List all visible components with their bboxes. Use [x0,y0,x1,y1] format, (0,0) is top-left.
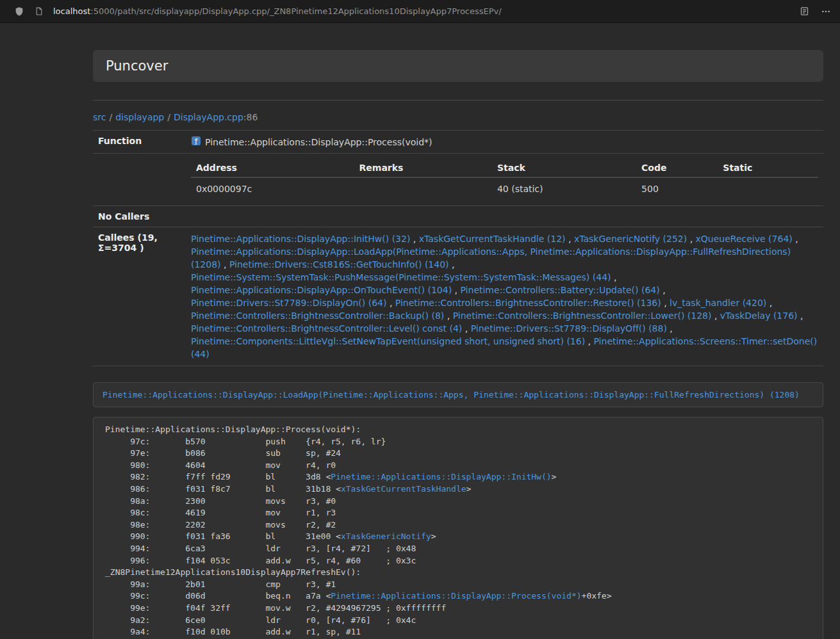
column-stack: Stack [492,159,636,177]
breadcrumb: src/displayapp/DisplayApp.cpp:86 [93,112,823,122]
callees-row: Callees (19, Σ=3704 ) Pinetime::Applicat… [93,227,823,366]
stack-value: 40 (static) [492,177,636,200]
callees-list: Pinetime::Applications::DisplayApp::Init… [191,232,818,360]
callee-link[interactable]: Pinetime::Applications::DisplayApp::OnTo… [191,285,452,295]
callee-link[interactable]: Pinetime::Controllers::Battery::Update()… [460,285,659,295]
document-icon[interactable] [35,6,43,16]
page-title: Puncover [106,58,811,74]
url-host: localhost [53,6,90,16]
function-label: Function [93,131,186,154]
reader-view-icon[interactable] [800,6,809,16]
callee-link[interactable]: Pinetime::Controllers::BrightnessControl… [191,323,462,334]
callee-link[interactable]: xTaskGenericNotify (252) [574,234,687,244]
column-static: Static [718,159,818,177]
callee-link[interactable]: xQueueReceive (764) [696,234,793,244]
code-symbol-link[interactable]: Pinetime::Applications::DisplayApp::Proc… [331,591,581,601]
metrics-row: Address Remarks Stack Code Static 0x0000… [93,154,823,206]
function-row: Function ƒ Pinetime::Applications::Displ… [93,131,823,154]
breadcrumb-item-file[interactable]: DisplayApp.cpp [174,112,243,122]
no-callers-label: No Callers [93,206,186,227]
code-value: 500 [636,177,718,200]
browser-bar: localhost:5000/path/src/displayapp/Displ… [0,0,840,23]
metrics-values-row: 0x0000097c 40 (static) 500 [191,177,818,200]
breadcrumb-separator: / [109,112,112,122]
browser-actions [788,6,831,17]
column-remarks: Remarks [354,159,492,177]
column-address: Address [191,159,354,177]
column-code: Code [636,159,718,177]
callees-label: Callees (19, Σ=3704 ) [93,227,186,366]
highlighted-symbol-box: Pinetime::Applications::DisplayApp::Load… [93,382,823,407]
app-header: Puncover [93,50,823,82]
callee-link[interactable]: Pinetime::Controllers::BrightnessControl… [453,311,712,321]
callee-link[interactable]: Pinetime::Controllers::BrightnessControl… [395,298,661,308]
svg-text:ƒ: ƒ [194,137,199,145]
callee-link[interactable]: Pinetime::System::SystemTask::PushMessag… [191,272,611,282]
callee-link[interactable]: Pinetime::Drivers::St7789::DisplayOn() (… [191,298,386,308]
disassembly-code: Pinetime::Applications::DisplayApp::Proc… [93,417,823,639]
callee-link[interactable]: Pinetime::Drivers::St7789::DisplayOff() … [471,323,667,334]
remarks-value [354,177,492,200]
callee-link[interactable]: vTaskDelay (176) [720,311,798,321]
function-table: Function ƒ Pinetime::Applications::Displ… [93,130,823,366]
metrics-table: Address Remarks Stack Code Static 0x0000… [191,159,818,200]
callee-link[interactable]: lv_task_handler (420) [670,298,766,308]
function-icon: ƒ [191,136,201,148]
breadcrumb-line-number: :86 [243,112,258,122]
shield-icon[interactable] [14,6,24,17]
code-symbol-link[interactable]: Pinetime::Applications::DisplayApp::Init… [331,472,551,481]
callee-link[interactable]: Pinetime::Controllers::BrightnessControl… [191,311,444,321]
address-value: 0x0000097c [191,177,354,200]
callee-link[interactable]: Pinetime::Components::LittleVgl::SetNewT… [191,336,585,346]
divider [93,100,823,101]
code-symbol-link[interactable]: xTaskGetCurrentTaskHandle [341,484,466,494]
breadcrumb-item-displayapp[interactable]: displayapp [115,112,164,122]
static-value [718,177,818,200]
highlighted-symbol-link[interactable]: Pinetime::Applications::DisplayApp::Load… [103,390,800,400]
callee-link[interactable]: xTaskGetCurrentTaskHandle (12) [419,234,566,244]
no-callers-row: No Callers [93,206,823,227]
breadcrumb-separator: / [167,112,170,122]
callee-link[interactable]: Pinetime::Applications::DisplayApp::Init… [191,234,410,244]
callee-link[interactable]: Pinetime::Drivers::Cst816S::GetTouchInfo… [229,259,449,270]
menu-dots-icon[interactable] [821,6,831,17]
url-path: :5000/path/src/displayapp/DisplayApp.cpp… [90,6,501,16]
breadcrumb-item-src[interactable]: src [93,112,106,122]
function-name: Pinetime::Applications::DisplayApp::Proc… [205,137,432,147]
page-content: Puncover src/displayapp/DisplayApp.cpp:8… [93,23,823,639]
code-symbol-link[interactable]: xTaskGenericNotify [341,531,431,541]
url-bar[interactable]: localhost:5000/path/src/displayapp/Displ… [53,6,788,16]
